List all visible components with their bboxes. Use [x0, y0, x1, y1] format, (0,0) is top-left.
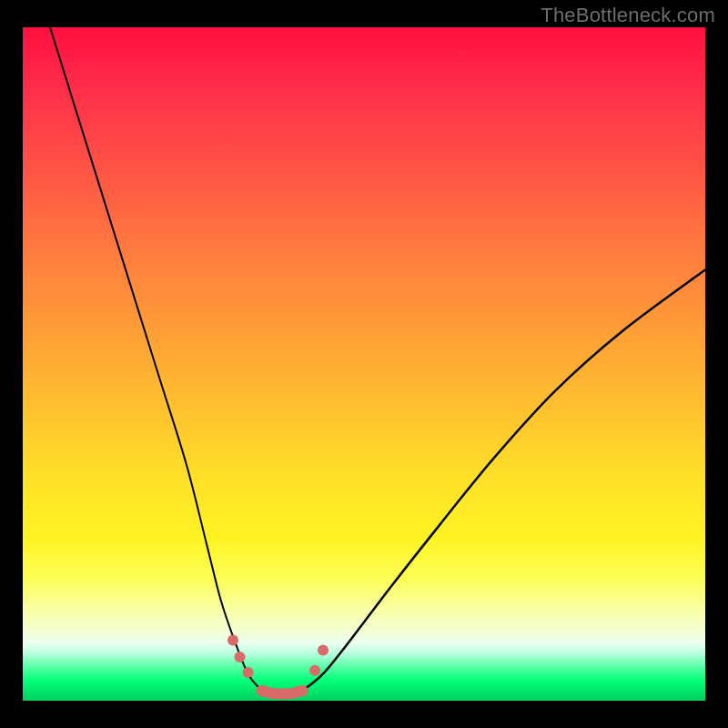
valley-floor: [262, 691, 303, 694]
chart-svg: [23, 27, 705, 701]
left-dots-point: [243, 667, 254, 678]
left-dots-point: [228, 634, 238, 645]
right-dots-point: [318, 645, 329, 656]
watermark-text: TheBottleneck.com: [541, 4, 715, 27]
plot-area: [23, 27, 705, 701]
right-curve: [303, 269, 706, 691]
right-dots-point: [309, 665, 320, 676]
left-dots-point: [235, 652, 246, 662]
left-curve: [50, 27, 262, 691]
chart-stage: TheBottleneck.com: [0, 0, 728, 728]
